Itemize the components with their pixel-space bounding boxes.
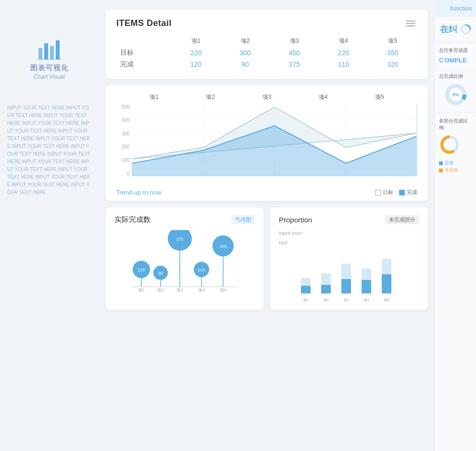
logo-subtitle: Chart Visual [34,73,65,80]
col-header-4: 项4 [319,35,368,47]
total-ratio-section: 总完成比例 9% [435,69,476,113]
legend-dot-incomplete [439,169,443,172]
target-val-5: 350 [368,47,417,59]
svg-text:120: 120 [138,268,145,272]
svg-rect-44 [321,285,331,293]
trend-label-1: 项1 [150,93,159,101]
in-progress-text: 在纠 [440,24,457,35]
spinner-icon [460,24,472,35]
items-detail-header: ITEMS Detail [116,18,417,28]
svg-text:项2: 项2 [323,298,329,302]
legend-item-complete: 完成 [439,160,472,166]
svg-text:项4: 项4 [198,288,205,293]
svg-rect-41 [301,286,311,293]
svg-text:项1: 项1 [303,298,309,302]
legend-label-incomplete-right: 未完成 [445,167,458,173]
donut-chart-area: 9% [439,83,472,107]
target-val-1: 220 [171,47,220,59]
svg-text:320: 320 [219,244,226,249]
svg-rect-47 [341,279,351,293]
bubble-chart-header: 实际完成数 气球图 [114,215,255,224]
legend-label-complete: 完成 [407,189,417,196]
trend-chart-card: 项1 项2 项3 项4 项5 0 100 200 300 400 500 [106,85,428,201]
svg-text:110: 110 [198,268,205,272]
complete-big-text: OMPLE [444,57,466,64]
complete-val-1: 120 [171,59,220,70]
target-val-4: 220 [319,47,368,59]
svg-text:项3: 项3 [176,288,183,293]
table-row-complete: 完成 120 90 375 110 320 [116,59,417,70]
svg-rect-53 [382,274,391,293]
trend-chart-area: 0 100 200 300 400 500 [116,104,417,186]
logo-area: 图表可视化 Chart Visual [30,38,69,80]
trend-label-3: 项3 [263,93,272,101]
menu-icon-button[interactable] [404,19,417,28]
section-ratio-legend: 完成 未完成 [439,160,472,173]
svg-rect-2 [50,46,54,60]
trend-footer: Trend up to now 日标 完成 [116,189,417,196]
chart-legend: 日标 完成 [375,189,417,196]
legend-item-incomplete: 未完成 [439,167,472,173]
items-detail-card: ITEMS Detail 项1 项2 项3 项4 项5 目标 [106,10,428,79]
complete-c-prefix: C [439,57,443,64]
section-ratio-label: 各部分完成比例 [439,118,472,131]
svg-text:项3: 项3 [343,298,350,302]
table-header-row: 项1 项2 项3 项4 项5 [116,35,417,47]
complete-val-4: 110 [319,59,368,70]
proportion-subtitle-2: txet [279,240,419,245]
proportion-subtitle-1: input your [279,230,419,236]
svg-rect-1 [44,43,48,60]
col-header-1: 项1 [171,35,220,47]
proportion-chart-badge: 未完成部分 [385,215,419,224]
bubble-chart-title: 实际完成数 [114,215,150,224]
bottom-row: 实际完成数 气球图 120 90 3 [106,207,428,310]
svg-text:375: 375 [176,237,183,242]
left-sidebar: 图表可视化 Chart Visual INPUT YOUR TEXT HERE … [0,0,99,451]
in-progress-section: 在纠 [435,17,476,42]
sidebar-text: INPUT YOUR TEXT HERE INPUT YOUR TEXT HER… [0,104,99,196]
function-label: function [435,0,476,17]
legend-target: 日标 [375,189,393,196]
legend-box-complete [399,190,405,195]
proportion-chart-header: Proportion 未完成部分 [279,215,419,224]
legend-label-target: 日标 [383,189,393,196]
in-progress-area: 在纠 [439,24,472,35]
bubble-chart-card: 实际完成数 气球图 120 90 3 [106,207,263,310]
chart-svg-area [132,104,417,176]
y-axis: 0 100 200 300 400 500 [116,104,132,176]
svg-rect-0 [38,48,42,60]
total-complete-section: 总任务完成度 C OMPLE [435,42,476,69]
section-donut-chart [439,134,460,155]
bubble-chart-badge: 气球图 [231,215,255,224]
legend-complete: 完成 [399,189,417,196]
svg-text:项5: 项5 [384,298,390,302]
proportion-chart-area: 项1 项2 项3 项4 项5 [279,249,419,302]
svg-text:项5: 项5 [220,288,226,293]
target-val-2: 300 [221,47,270,59]
table-row-target: 目标 220 300 450 220 350 [116,47,417,59]
svg-rect-3 [56,40,60,60]
complete-val-3: 375 [270,59,319,70]
legend-label-complete-right: 完成 [445,160,453,166]
complete-big-area: C OMPLE [439,57,472,64]
total-ratio-label: 总完成比例 [439,73,472,80]
target-val-3: 450 [270,47,319,59]
svg-text:项4: 项4 [363,298,370,302]
trend-label-4: 项4 [319,93,328,101]
col-header-5: 项5 [368,35,417,47]
legend-box-target [375,190,381,195]
svg-text:90: 90 [158,271,163,276]
svg-text:项1: 项1 [138,288,145,293]
right-panel: function 在纠 总任务完成度 C OMPLE 总完成比例 9% [435,0,476,451]
bar-chart-icon [38,38,62,60]
trend-label-2: 项2 [206,93,215,101]
svg-rect-50 [362,280,371,293]
row-label-target: 目标 [116,47,171,59]
proportion-chart-title: Proportion [279,216,312,224]
complete-val-2: 90 [221,59,270,70]
legend-dot-complete [439,161,443,165]
main-content: ITEMS Detail 项1 项2 项3 项4 项5 目标 [99,0,435,451]
donut-chart: 9% [444,83,468,107]
items-detail-title: ITEMS Detail [116,18,172,28]
trend-title: Trend up to now [116,189,161,196]
